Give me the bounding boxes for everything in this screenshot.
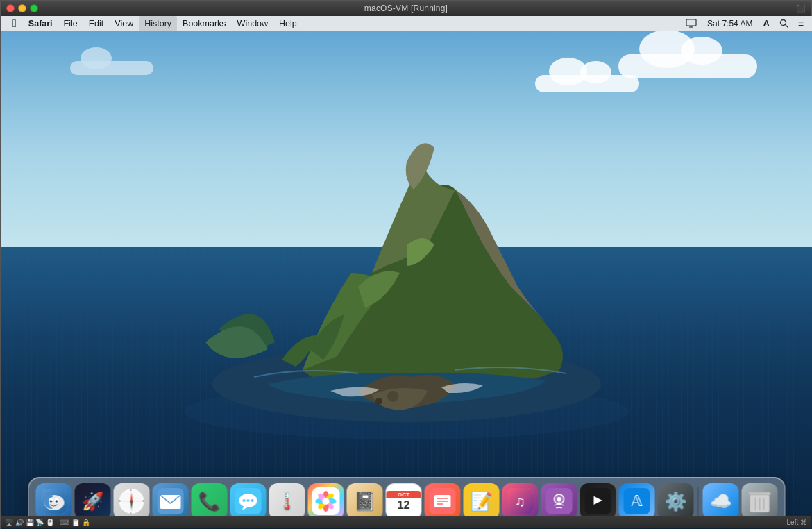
dock-divider: [698, 487, 699, 516]
svg-point-46: [323, 498, 330, 505]
menubar-view[interactable]: View: [109, 16, 139, 31]
notes-icon: 📝: [471, 491, 493, 512]
settings-icon: ⚙️: [665, 491, 687, 512]
menubar-spotlight-button[interactable]: [776, 16, 792, 31]
menubar:  Safari File Edit View History Bookmark…: [1, 16, 812, 31]
svg-point-57: [557, 497, 561, 501]
dock-reminders[interactable]: [425, 483, 461, 519]
dock-appletv[interactable]: ▶: [580, 483, 616, 519]
svg-point-4: [375, 398, 382, 405]
dock-mail[interactable]: [153, 483, 189, 519]
menubar-notification-button[interactable]: ≡: [795, 16, 807, 31]
svg-text:♫: ♫: [515, 494, 525, 509]
dock-appstore[interactable]: 𝔸: [619, 483, 655, 519]
thermometer-icon: 🌡️: [276, 491, 298, 512]
menubar-clock: Sat 7:54 AM: [703, 19, 756, 28]
dock-trash[interactable]: [742, 483, 778, 519]
vm-maximize-button[interactable]: [30, 4, 38, 12]
island-image: [164, 51, 650, 439]
calendar-month: OCT: [387, 491, 421, 498]
cloud-3: [70, 61, 153, 75]
icloud-icon: ☁️: [710, 491, 732, 512]
menubar-edit[interactable]: Edit: [83, 16, 110, 31]
vm-window-controls[interactable]: [6, 4, 38, 12]
vm-title: macOS-VM [Running]: [364, 3, 448, 13]
vm-taskbar-right: Left ⌘: [787, 519, 807, 526]
svg-point-3: [406, 395, 414, 403]
dock-calendar[interactable]: OCT 12: [386, 483, 422, 519]
svg-point-35: [247, 499, 250, 502]
svg-line-7: [785, 25, 788, 28]
dock-thermometer[interactable]: 🌡️: [269, 483, 305, 519]
vm-minimize-button[interactable]: [18, 4, 26, 12]
menubar-keyboard-icon[interactable]: A: [759, 16, 772, 31]
dock-music[interactable]: ♫: [502, 483, 539, 519]
svg-point-34: [243, 499, 246, 502]
menubar-bookmarks[interactable]: Bookmarks: [177, 16, 232, 31]
dock-facetime[interactable]: 📞: [192, 483, 228, 519]
menubar-right-area: Sat 7:54 AM A ≡: [682, 16, 807, 31]
vm-taskbar-right-text: Left ⌘: [787, 519, 807, 526]
facetime-icon: 📞: [198, 491, 221, 512]
dock-messages[interactable]: [230, 483, 267, 519]
vm-titlebar: macOS-VM [Running] ⬛: [1, 1, 811, 16]
dock-launchpad[interactable]: 🚀: [75, 483, 111, 519]
dock-system-preferences[interactable]: ⚙️: [658, 483, 694, 519]
svg-point-2: [387, 391, 398, 402]
calendar-inner: OCT 12: [387, 491, 421, 512]
vm-taskbar: 🖥️ 🔊 💾 📡 🖱️ ⌨ 📋 🔒 Left ⌘: [1, 516, 811, 528]
macos-desktop:  Safari File Edit View History Bookmark…: [1, 16, 812, 529]
dock-notes[interactable]: 📝: [464, 483, 500, 519]
dock-photos[interactable]: [308, 483, 344, 519]
vm-screen-icon[interactable]: ⬛: [796, 4, 806, 13]
launchpad-icon: 🚀: [82, 491, 104, 512]
vm-taskbar-icons: 🖥️ 🔊 💾 📡 🖱️: [5, 519, 54, 526]
vm-close-button[interactable]: [6, 4, 15, 12]
dock-safari[interactable]: N S W E: [114, 483, 150, 519]
dock-podcasts[interactable]: [541, 483, 577, 519]
menubar-safari[interactable]: Safari: [23, 16, 58, 31]
svg-text:▶: ▶: [594, 494, 603, 505]
menubar-help[interactable]: Help: [273, 16, 303, 31]
svg-point-15: [50, 500, 53, 503]
svg-point-17: [51, 501, 52, 501]
vm-taskbar-status-icons: ⌨ 📋 🔒: [60, 519, 90, 526]
calendar-day: 12: [398, 498, 410, 512]
menubar-window[interactable]: Window: [232, 16, 273, 31]
svg-text:𝔸: 𝔸: [632, 492, 643, 510]
svg-point-36: [251, 499, 254, 502]
apple-icon: : [12, 17, 17, 30]
dock-notefile[interactable]: 📓: [347, 483, 383, 519]
svg-rect-5: [686, 19, 696, 26]
menubar-monitor-icon[interactable]: [682, 16, 700, 31]
dock-icloud[interactable]: ☁️: [703, 483, 739, 519]
svg-point-18: [57, 501, 58, 501]
menubar-history[interactable]: History: [139, 16, 177, 31]
svg-point-16: [56, 500, 58, 503]
notefile-icon: 📓: [354, 491, 376, 512]
vm-titlebar-right: ⬛: [796, 4, 806, 13]
dock-finder[interactable]: [36, 483, 72, 519]
vm-window: macOS-VM [Running] ⬛: [0, 0, 812, 529]
svg-rect-64: [749, 492, 771, 495]
apple-menu[interactable]: : [6, 16, 23, 31]
menubar-file[interactable]: File: [58, 16, 83, 31]
